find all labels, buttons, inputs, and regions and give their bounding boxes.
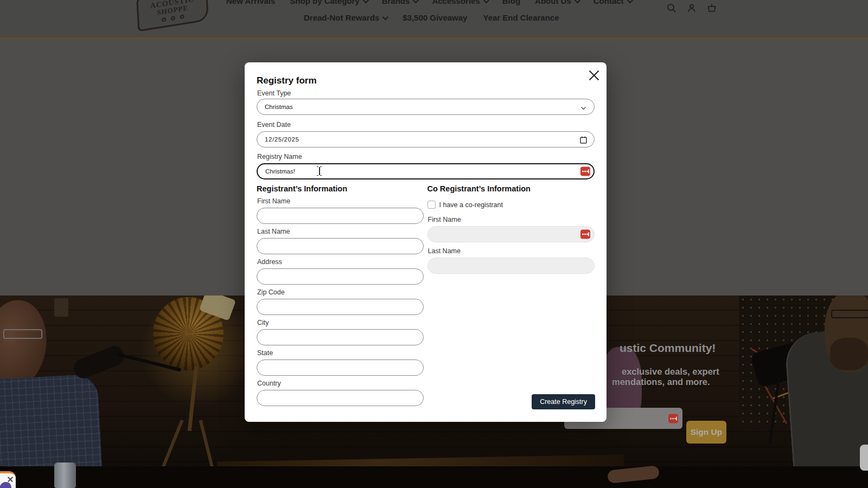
registrant-heading: Registrant’s Information <box>257 184 424 194</box>
chevron-down-icon <box>627 0 633 3</box>
first-name-input[interactable] <box>257 208 424 224</box>
hero-subtext-line1: exclusive deals, expert <box>622 367 719 377</box>
first-name-label: First Name <box>257 197 424 206</box>
state-input[interactable] <box>257 359 424 376</box>
photo-desk <box>0 466 868 488</box>
photo-tumbler-cup <box>54 463 76 488</box>
chevron-down-icon <box>580 105 586 112</box>
nav-accessories[interactable]: Accessories <box>432 0 487 5</box>
newsletter-signup-button[interactable]: Sign Up <box>686 421 726 444</box>
cart-icon[interactable] <box>706 3 717 14</box>
close-icon[interactable] <box>588 69 600 81</box>
event-date-input[interactable]: 12/25/2025 <box>257 131 595 147</box>
event-type-label: Event Type <box>257 89 595 98</box>
password-manager-icon[interactable] <box>668 414 678 423</box>
nav-contact[interactable]: Contact <box>593 0 631 5</box>
city-label: City <box>257 319 424 327</box>
event-type-value: Christmas <box>265 104 293 110</box>
text-cursor-pointer <box>316 166 323 177</box>
main-nav: New Arrivals Shop by Category Brands Acc… <box>226 0 631 5</box>
zip-code-input[interactable] <box>257 299 424 315</box>
nav-dread-not-rewards[interactable]: Dread-Not Rewards <box>304 13 387 22</box>
close-icon[interactable] <box>7 476 14 483</box>
account-icon[interactable] <box>686 3 697 14</box>
last-name-label: Last Name <box>257 228 424 236</box>
co-first-name-input <box>427 226 595 242</box>
create-registry-button[interactable]: Create Registry <box>532 394 595 409</box>
logo-tuner-dots <box>162 14 184 22</box>
nav-brands[interactable]: Brands <box>382 0 418 5</box>
chevron-down-icon <box>575 0 580 3</box>
co-last-name-label: Last Name <box>428 247 595 255</box>
registry-name-label: Registry Name <box>257 153 595 161</box>
chevron-down-icon <box>382 14 388 20</box>
chevron-down-icon <box>483 0 489 3</box>
registry-form-modal: Registry form Event Type Christmas Event… <box>245 62 607 422</box>
event-date-label: Event Date <box>257 121 595 129</box>
chevron-down-icon <box>413 0 419 3</box>
nav-new-arrivals[interactable]: New Arrivals <box>226 0 275 5</box>
photo-wall-outlet <box>54 298 68 317</box>
state-label: State <box>257 349 424 357</box>
hero-subtext-line2: mendations, and more. <box>612 377 710 387</box>
nav-blog[interactable]: Blog <box>502 0 520 5</box>
nav-year-end-clearance[interactable]: Year End Clearance <box>483 13 559 22</box>
event-date-value: 12/25/2025 <box>265 136 299 143</box>
co-registrant-heading: Co Registrant’s Information <box>427 184 595 194</box>
address-input[interactable] <box>257 268 424 285</box>
registrant-section: Registrant’s Information First Name Last… <box>257 184 424 406</box>
site-header: Acoustic Shoppe New Arrivals Shop by Cat… <box>0 0 868 38</box>
co-registrant-section: Co Registrant’s Information I have a co-… <box>427 184 595 406</box>
nav-giveaway[interactable]: $3,500 Giveaway <box>403 13 467 22</box>
zip-code-label: Zip Code <box>257 288 424 297</box>
city-input[interactable] <box>257 329 424 345</box>
nav-about-us[interactable]: About Us <box>535 0 579 5</box>
address-label: Address <box>257 258 424 266</box>
photo-microphone <box>72 344 127 381</box>
promo-popup-graphic <box>0 482 11 488</box>
promo-popup[interactable] <box>0 471 16 488</box>
photo-right-person-glasses <box>831 310 868 318</box>
co-first-name-label: First Name <box>428 216 595 224</box>
password-manager-icon[interactable] <box>580 230 590 239</box>
modal-title: Registry form <box>257 75 595 86</box>
country-input[interactable] <box>257 390 424 406</box>
country-label: Country <box>257 380 424 388</box>
co-registrant-checkbox-label: I have a co-registrant <box>439 201 503 209</box>
photo-right-person-beard <box>830 338 868 370</box>
calendar-icon[interactable] <box>580 136 587 145</box>
password-manager-icon[interactable] <box>580 167 590 176</box>
search-icon[interactable] <box>666 3 677 14</box>
co-last-name-input <box>427 258 595 274</box>
hero-heading-fragment: ustic Community! <box>620 342 716 355</box>
co-registrant-checkbox[interactable] <box>427 201 436 209</box>
last-name-input[interactable] <box>257 238 424 254</box>
secondary-nav: Dread-Not Rewards $3,500 Giveaway Year E… <box>304 13 559 22</box>
event-type-select[interactable]: Christmas <box>257 99 595 115</box>
chevron-down-icon <box>362 0 368 3</box>
photo-phone <box>860 445 868 471</box>
nav-shop-by-category[interactable]: Shop by Category <box>290 0 367 5</box>
registry-name-input[interactable] <box>257 163 595 179</box>
store-logo[interactable]: Acoustic Shoppe <box>136 0 209 31</box>
photo-left-person-glasses <box>3 329 42 339</box>
